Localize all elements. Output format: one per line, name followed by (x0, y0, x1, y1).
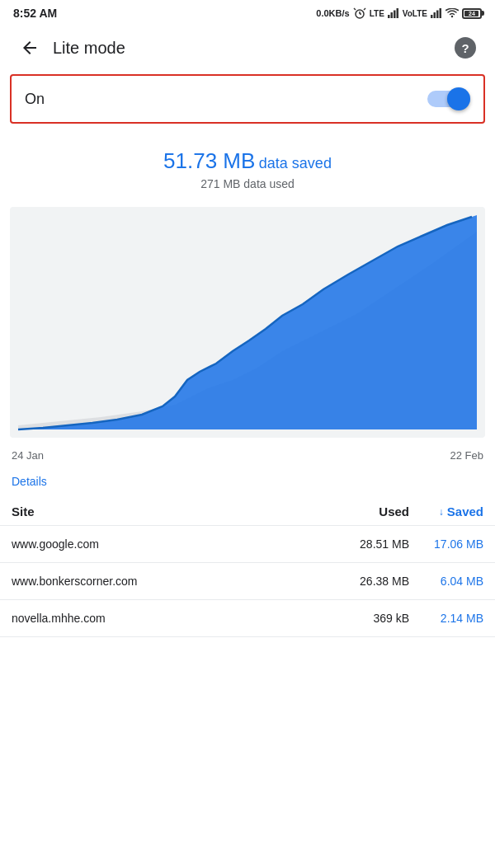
back-arrow-icon (20, 38, 40, 58)
svg-rect-10 (434, 12, 436, 18)
svg-rect-12 (440, 8, 442, 18)
status-bar: 8:52 AM 0.0KB/s LTE VoLTE (0, 0, 495, 25)
data-table-rows: www.google.com 28.51 MB 17.06 MB www.bon… (0, 526, 495, 637)
svg-rect-11 (436, 11, 439, 19)
table-row: www.bonkerscorner.com 26.38 MB 6.04 MB (0, 563, 495, 600)
down-arrow-icon: ↓ (439, 506, 444, 518)
chart-end-date: 22 Feb (450, 449, 483, 462)
toggle-thumb (447, 87, 470, 110)
data-chart (10, 207, 485, 438)
details-link[interactable]: Details (0, 475, 495, 498)
site-name: www.bonkerscorner.com (12, 575, 335, 588)
table-row: www.google.com 28.51 MB 17.06 MB (0, 526, 495, 563)
network-speed: 0.0KB/s (316, 8, 349, 18)
data-saved-display: 51.73 MB data saved (13, 148, 482, 174)
toggle-label: On (25, 91, 45, 108)
chart-svg (10, 207, 485, 438)
status-time: 8:52 AM (13, 7, 57, 20)
svg-rect-6 (390, 12, 393, 18)
lite-mode-toggle[interactable] (427, 87, 470, 110)
back-button[interactable] (13, 31, 46, 64)
svg-line-3 (354, 8, 356, 10)
data-used: 271 MB data used (13, 177, 482, 190)
svg-rect-5 (388, 15, 390, 18)
signal-icon-1 (388, 8, 399, 18)
saved-value: 6.04 MB (409, 575, 483, 588)
svg-line-4 (364, 8, 365, 10)
column-header-site: Site (12, 504, 335, 518)
alarm-icon (353, 7, 366, 19)
column-header-used: Used (335, 504, 409, 518)
header: Lite mode ? (0, 25, 495, 74)
page-title: Lite mode (53, 39, 449, 58)
wifi-icon (446, 8, 459, 18)
battery-icon: 24 (462, 8, 482, 19)
chart-start-date: 24 Jan (12, 449, 44, 462)
status-icons: 0.0KB/s LTE VoLTE (316, 7, 482, 19)
data-saved-amount: 51.73 MB (163, 148, 255, 173)
used-value: 369 kB (335, 612, 409, 625)
lite-mode-toggle-row: On (10, 74, 485, 124)
volte-icon: VoLTE (403, 9, 427, 18)
help-button[interactable]: ? (449, 31, 482, 64)
table-row: novella.mhhe.com 369 kB 2.14 MB (0, 600, 495, 637)
data-saved-section: 51.73 MB data saved 271 MB data used (0, 140, 495, 207)
saved-value: 2.14 MB (409, 612, 483, 625)
svg-rect-7 (394, 11, 396, 19)
used-value: 28.51 MB (335, 537, 409, 551)
data-saved-label: data saved (259, 155, 332, 171)
svg-marker-14 (18, 215, 477, 429)
saved-value: 17.06 MB (409, 537, 483, 551)
used-value: 26.38 MB (335, 575, 409, 588)
site-name: novella.mhhe.com (12, 612, 335, 625)
svg-rect-9 (431, 15, 433, 18)
signal-icon-2 (431, 8, 442, 18)
column-header-saved: ↓ Saved (409, 504, 483, 518)
help-icon: ? (455, 37, 476, 59)
svg-rect-8 (396, 8, 398, 18)
lte-icon: LTE (370, 9, 384, 18)
table-header: Site Used ↓ Saved (0, 498, 495, 526)
chart-dates: 24 Jan 22 Feb (0, 444, 495, 475)
site-name: www.google.com (12, 537, 335, 551)
